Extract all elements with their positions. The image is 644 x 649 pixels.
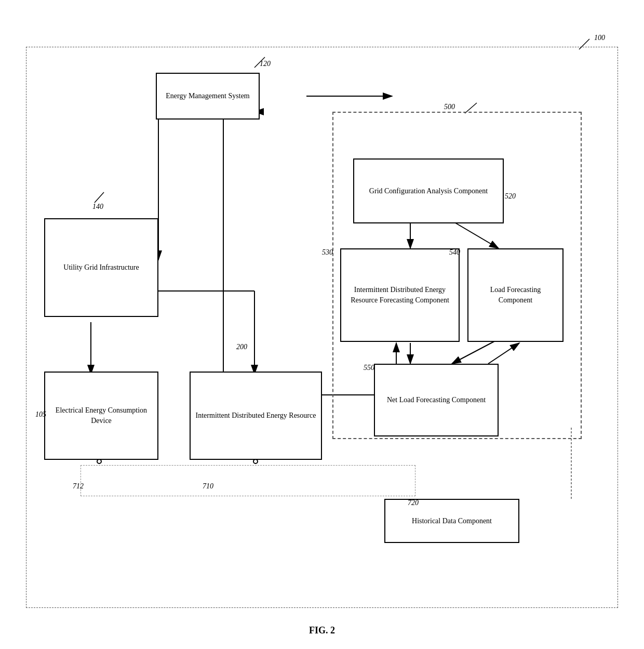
ref-500: 500	[444, 103, 455, 111]
ref-530: 530	[322, 248, 333, 257]
ref-720: 720	[408, 499, 419, 507]
utility-grid-box: Utility Grid Infrastructure	[44, 218, 158, 317]
utility-grid-label: Utility Grid Infrastructure	[63, 262, 139, 273]
ider-forecast-label: Intermittent Distributed Energy Resource…	[345, 285, 454, 305]
connection-point-712	[97, 459, 102, 464]
ref-712: 712	[73, 482, 84, 491]
load-forecast-box: Load Forecasting Component	[467, 248, 564, 342]
historical-data-label: Historical Data Component	[412, 516, 492, 526]
net-load-forecast-box: Net Load Forecasting Component	[374, 364, 499, 436]
ems-box: Energy Management System	[156, 73, 260, 120]
ref-electrical: 105	[35, 410, 46, 419]
electrical-device-label: Electrical Energy Consumption Device	[49, 405, 153, 426]
connection-point-710	[253, 459, 258, 464]
data-bus-710	[81, 465, 415, 496]
ref-710: 710	[203, 482, 213, 491]
figure-caption: FIG. 2	[0, 625, 644, 636]
intermittent-resource-box: Intermittent Distributed Energy Resource	[190, 372, 322, 460]
ems-label: Energy Management System	[166, 91, 250, 101]
load-forecast-label: Load Forecasting Component	[473, 285, 558, 305]
ref-100: 100	[594, 34, 605, 42]
electrical-device-box: Electrical Energy Consumption Device	[44, 372, 158, 460]
net-load-forecast-label: Net Load Forecasting Component	[387, 395, 486, 405]
intermittent-resource-label: Intermittent Distributed Energy Resource	[196, 410, 316, 421]
ref-540: 540	[449, 248, 460, 257]
ider-forecast-box: Intermittent Distributed Energy Resource…	[340, 248, 460, 342]
ref-550: 550	[364, 364, 374, 372]
ref-utility-grid: 140	[92, 203, 103, 211]
grid-config-box: Grid Configuration Analysis Component	[353, 158, 504, 223]
grid-config-label: Grid Configuration Analysis Component	[369, 186, 488, 196]
ref-200: 200	[236, 343, 247, 351]
historical-data-box: Historical Data Component	[384, 499, 519, 543]
ref-520: 520	[505, 192, 516, 201]
ref-ems: 120	[260, 60, 271, 68]
